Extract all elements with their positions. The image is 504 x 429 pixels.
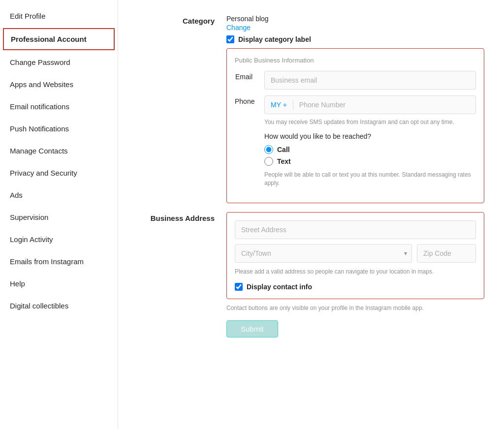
street-address-input[interactable] [235,220,476,239]
business-address-row: Business Address City/Town ▾ [138,212,484,337]
text-radio[interactable] [264,157,273,166]
city-zip-row: City/Town ▾ [235,244,476,263]
phone-number-input[interactable] [293,96,475,114]
text-option[interactable]: Text [264,157,476,166]
email-label-inner: Email [235,71,264,81]
city-select-wrapper: City/Town ▾ [235,244,412,263]
contact-note: Contact buttons are only visible on your… [226,304,484,312]
address-fields: City/Town ▾ [235,220,476,263]
sidebar-item-digital-collectibles[interactable]: Digital collectibles [0,295,118,317]
category-content: Personal blog Change Display category la… [226,15,484,203]
email-row-inner: Email [235,71,476,90]
phone-prefix[interactable]: MY + [265,96,293,114]
display-contact-checkbox[interactable] [235,283,243,291]
display-category-row[interactable]: Display category label [226,35,484,43]
display-category-label: Display category label [238,35,311,43]
phone-row-inner: Phone MY + You may receive SMS updates f… [235,95,476,195]
display-contact-label: Display contact info [247,283,312,291]
category-value: Personal blog [226,15,484,23]
call-radio[interactable] [264,145,273,154]
sidebar: Edit ProfileProfessional AccountChange P… [0,0,118,429]
sidebar-item-emails-instagram[interactable]: Emails from Instagram [0,250,118,273]
public-business-title: Public Business Information [235,57,476,64]
business-address-label: Business Address [138,212,226,222]
submit-button[interactable]: Submit [226,320,278,337]
sms-note: You may receive SMS updates from Instagr… [264,118,476,126]
sidebar-item-edit-profile[interactable]: Edit Profile [0,5,118,27]
business-email-input[interactable] [264,71,476,90]
address-box: City/Town ▾ Please add a valid address s… [226,212,484,299]
email-content [264,71,476,90]
sidebar-item-help[interactable]: Help [0,273,118,295]
sidebar-item-change-password[interactable]: Change Password [0,51,118,73]
call-option[interactable]: Call [264,145,476,154]
maps-note: Please add a valid address so people can… [235,268,476,276]
reach-question: How would you like to be reached? [264,132,476,140]
text-label: Text [277,157,291,165]
phone-label-inner: Phone [235,95,264,105]
sidebar-item-push-notifications[interactable]: Push Notifications [0,118,118,140]
public-business-box: Public Business Information Email Phone [226,48,484,203]
sidebar-item-privacy-security[interactable]: Privacy and Security [0,162,118,184]
call-label: Call [277,146,290,153]
category-row: Category Personal blog Change Display ca… [138,15,484,203]
sidebar-item-manage-contacts[interactable]: Manage Contacts [0,140,118,162]
sidebar-item-supervision[interactable]: Supervision [0,206,118,228]
category-label: Category [138,15,226,25]
contact-method-group: Call Text [264,145,476,166]
display-contact-row[interactable]: Display contact info [235,283,476,291]
address-content: City/Town ▾ Please add a valid address s… [226,212,484,337]
phone-input-row: MY + [264,95,476,114]
change-link[interactable]: Change [226,24,484,31]
messaging-note: People will be able to call or text you … [264,171,476,187]
sidebar-item-professional-account[interactable]: Professional Account [3,28,115,50]
phone-content: MY + You may receive SMS updates from In… [264,95,476,195]
professional-account-form: Category Personal blog Change Display ca… [138,15,484,346]
submit-row: Submit [226,320,484,337]
main-content: Category Personal blog Change Display ca… [118,0,504,429]
display-category-checkbox[interactable] [226,35,234,43]
city-select[interactable]: City/Town [235,244,412,263]
zip-input[interactable] [417,244,476,263]
sidebar-item-apps-websites[interactable]: Apps and Websites [0,73,118,95]
sidebar-item-email-notifications[interactable]: Email notifications [0,95,118,118]
sidebar-item-ads[interactable]: Ads [0,184,118,206]
sidebar-item-login-activity[interactable]: Login Activity [0,228,118,250]
